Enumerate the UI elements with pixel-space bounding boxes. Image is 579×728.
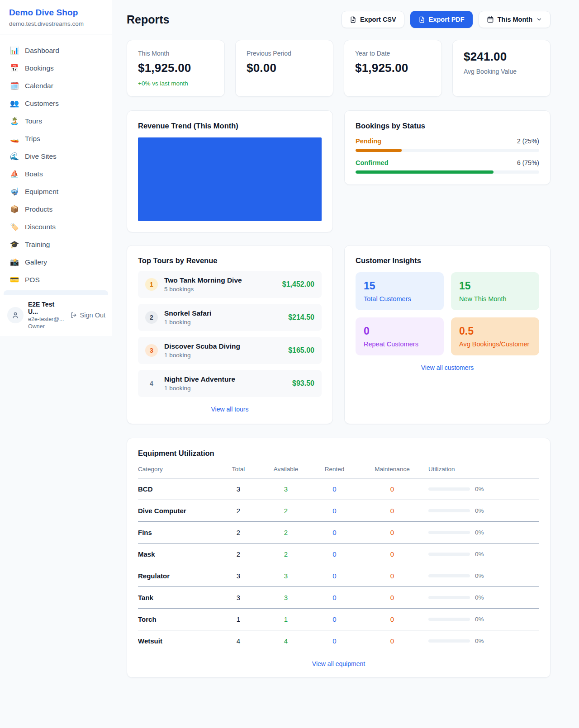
view-all-tours-link[interactable]: View all tours [138, 406, 322, 413]
cell-utilization: 0% [428, 507, 539, 514]
table-row: Mask 2 2 0 0 0% [138, 544, 539, 565]
sidebar-nav: 📊 Dashboard 📅 Bookings 🗓️ Calendar 👥 Cus… [0, 34, 112, 295]
stat-cards: This Month $1,925.00 +0% vs last month P… [127, 40, 551, 97]
cell-maintenance: 0 [356, 615, 428, 623]
col-header-category: Category [138, 466, 218, 473]
cell-available: 4 [259, 637, 313, 645]
sidebar-item-dashboard[interactable]: 📊 Dashboard [4, 42, 108, 59]
user-role: Owner [28, 323, 66, 330]
sidebar-item-label: POS [25, 276, 40, 284]
utilization-pct: 0% [475, 551, 484, 558]
wave-icon: 🌊 [10, 152, 19, 161]
period-select-value: This Month [498, 16, 532, 23]
tile-label: Avg Bookings/Customer [459, 340, 531, 348]
rank-badge: 2 [145, 311, 158, 324]
sidebar-item-gallery[interactable]: 📸 Gallery [4, 253, 108, 271]
sidebar-item-bookings[interactable]: 📅 Bookings [4, 59, 108, 77]
sign-out-button[interactable]: Sign Out [70, 312, 105, 319]
tile-avg-bookings-per-customer: 0.5 Avg Bookings/Customer [451, 317, 539, 355]
sidebar-item-trips[interactable]: 🚤 Trips [4, 130, 108, 147]
sidebar-item-discounts[interactable]: 🏷️ Discounts [4, 218, 108, 236]
shop-name: Demo Dive Shop [9, 8, 103, 18]
cell-utilization: 0% [428, 594, 539, 601]
tile-total-customers: 15 Total Customers [356, 272, 444, 310]
cell-category: Wetsuit [138, 637, 218, 645]
tour-amount: $93.50 [292, 379, 314, 388]
tile-value: 15 [364, 280, 436, 292]
header-actions: Export CSV Export PDF This Month [342, 11, 551, 28]
stat-value: $0.00 [247, 61, 322, 75]
tile-label: Total Customers [364, 295, 436, 303]
cell-utilization: 0% [428, 551, 539, 558]
cell-available: 2 [259, 550, 313, 558]
table-row: Wetsuit 4 4 0 0 0% [138, 630, 539, 652]
cell-maintenance: 0 [356, 572, 428, 580]
cell-available: 3 [259, 572, 313, 580]
cell-category: Torch [138, 615, 218, 623]
cell-total: 2 [218, 550, 259, 558]
dashboard-icon: 📊 [10, 46, 19, 55]
stat-card-avg-booking-value: Avg Booking Value $241.00 [452, 40, 551, 97]
sidebar-item-label: Calendar [25, 82, 53, 90]
stat-delta: +0% vs last month [138, 80, 214, 87]
sidebar-item-pos[interactable]: 💳 POS [4, 271, 108, 288]
sidebar-active-item-partial [4, 290, 108, 295]
sidebar-item-calendar[interactable]: 🗓️ Calendar [4, 77, 108, 95]
cell-rented: 0 [313, 572, 356, 580]
tour-row: 1 Two Tank Morning Dive 5 bookings $1,45… [138, 271, 322, 298]
sidebar-item-label: Boats [25, 170, 43, 178]
period-select[interactable]: This Month [479, 11, 551, 28]
sidebar-item-label: Customers [25, 99, 59, 108]
cell-utilization: 0% [428, 572, 539, 579]
sidebar-item-dive-sites[interactable]: 🌊 Dive Sites [4, 147, 108, 165]
sidebar-item-tours[interactable]: 🏝️ Tours [4, 112, 108, 130]
cell-category: BCD [138, 485, 218, 493]
cell-total: 3 [218, 485, 259, 493]
cell-total: 2 [218, 507, 259, 515]
revenue-trend-chart [138, 137, 322, 221]
cell-total: 3 [218, 572, 259, 580]
sidebar-item-boats[interactable]: ⛵ Boats [4, 165, 108, 183]
sidebar-item-customers[interactable]: 👥 Customers [4, 95, 108, 112]
tour-row: 2 Snorkel Safari 1 booking $214.50 [138, 304, 322, 331]
stat-card-previous-period: Previous Period $0.00 [235, 40, 333, 97]
export-csv-button[interactable]: Export CSV [342, 11, 404, 28]
col-header-maintenance: Maintenance [356, 466, 428, 473]
sidebar-item-equipment[interactable]: 🤿 Equipment [4, 183, 108, 200]
col-header-total: Total [218, 466, 259, 473]
stat-value: $1,925.00 [138, 61, 214, 75]
utilization-bar [428, 596, 470, 599]
sidebar-item-products[interactable]: 📦 Products [4, 200, 108, 218]
utilization-bar [428, 487, 470, 491]
user-footer: E2E Test U... e2e-tester@... Owner Sign … [0, 295, 112, 336]
table-row: Tank 3 3 0 0 0% [138, 587, 539, 609]
tile-new-this-month: 15 New This Month [451, 272, 539, 310]
tile-label: Repeat Customers [364, 340, 436, 348]
calendar-pad-icon: 🗓️ [10, 81, 19, 90]
sidebar-item-label: Discounts [25, 223, 56, 231]
export-pdf-button[interactable]: Export PDF [410, 11, 473, 28]
people-icon: 👥 [10, 99, 19, 108]
sidebar: Demo Dive Shop demo.test.divestreams.com… [0, 0, 112, 336]
table-row: Fins 2 2 0 0 0% [138, 522, 539, 544]
status-count: 2 (25%) [517, 137, 539, 145]
stat-card-year-to-date: Year to Date $1,925.00 [344, 40, 442, 97]
utilization-pct: 0% [475, 616, 484, 623]
sidebar-item-training[interactable]: 🎓 Training [4, 236, 108, 253]
tour-bookings: 1 booking [164, 385, 235, 392]
logout-icon [70, 312, 77, 319]
cell-available: 3 [259, 485, 313, 493]
view-all-customers-link[interactable]: View all customers [356, 364, 539, 371]
shop-header: Demo Dive Shop demo.test.divestreams.com [0, 0, 112, 34]
tour-amount: $1,452.00 [282, 280, 314, 288]
status-count: 6 (75%) [517, 159, 539, 166]
tour-name: Night Dive Adventure [164, 375, 235, 383]
view-all-equipment-link[interactable]: View all equipment [138, 660, 539, 667]
utilization-bar [428, 509, 470, 512]
rank-badge: 4 [145, 377, 158, 390]
stat-value: $1,925.00 [355, 61, 431, 75]
user-info: E2E Test U... e2e-tester@... Owner [28, 301, 66, 330]
stat-label: Previous Period [247, 50, 322, 57]
cell-maintenance: 0 [356, 550, 428, 558]
sidebar-item-label: Tours [25, 117, 42, 125]
